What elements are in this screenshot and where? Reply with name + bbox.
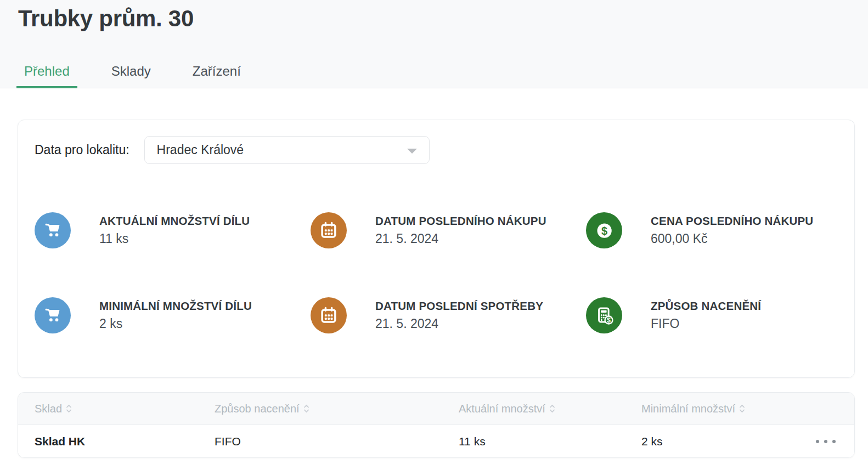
location-row: Data pro lokalitu: Hradec Králové [18, 120, 854, 164]
sort-icon [66, 404, 72, 413]
column-header-zpusob-naceneni[interactable]: Způsob nacenění [215, 403, 459, 415]
sort-icon [303, 404, 309, 413]
location-select[interactable]: Hradec Králové [144, 136, 430, 164]
row-actions-menu-icon[interactable] [814, 434, 838, 449]
sort-icon [549, 404, 555, 413]
cell-aktualni-mnozstvi: 11 ks [459, 435, 641, 448]
overview-card: Data pro lokalitu: Hradec Králové [18, 120, 855, 378]
warehouse-table: Sklad Způsob nacenění Aktuální množství [18, 392, 855, 458]
tile-aktualni-mnozstvi: AKTUÁLNÍ MNOŽSTVÍ DÍLU 11 ks [35, 212, 311, 248]
cart-icon [35, 212, 71, 248]
chevron-down-icon [407, 149, 417, 154]
cell-minimalni-mnozstvi: 2 ks [641, 435, 806, 448]
content-area: Data pro lokalitu: Hradec Králové [0, 88, 868, 458]
tile-title: CENA POSLEDNÍHO NÁKUPU [651, 214, 813, 228]
tab-bar: Přehled Sklady Zařízení [16, 64, 249, 88]
calculator-icon: $ [586, 297, 622, 333]
tile-minimalni-mnozstvi: MINIMÁLNÍ MNOŽSTVÍ DÍLU 2 ks [35, 297, 311, 333]
tab-sklady[interactable]: Sklady [104, 64, 159, 88]
tile-cena-posledniho-nakupu: $ CENA POSLEDNÍHO NÁKUPU 600,00 Kč [586, 212, 838, 248]
tile-datum-posledniho-nakupu: DATUM POSLEDNÍHO NÁKUPU 21. 5. 2024 [311, 212, 586, 248]
cell-zpusob-naceneni: FIFO [215, 435, 459, 448]
tile-title: DATUM POSLEDNÍ SPOTŘEBY [375, 299, 543, 313]
tile-title: DATUM POSLEDNÍHO NÁKUPU [375, 214, 546, 228]
location-label: Data pro lokalitu: [35, 143, 129, 157]
calendar-icon [311, 212, 347, 248]
tile-value: 21. 5. 2024 [375, 316, 543, 331]
table-row: Sklad HK FIFO 11 ks 2 ks [18, 425, 854, 457]
tile-value: 11 ks [99, 231, 250, 246]
tile-title: MINIMÁLNÍ MNOŽSTVÍ DÍLU [99, 299, 252, 313]
dollar-circle-icon: $ [586, 212, 622, 248]
column-header-minimalni-mnozstvi[interactable]: Minimální množství [641, 403, 806, 415]
svg-text:$: $ [601, 225, 607, 237]
tile-datum-posledni-spotreby: DATUM POSLEDNÍ SPOTŘEBY 21. 5. 2024 [311, 297, 586, 333]
tab-prehled[interactable]: Přehled [16, 64, 77, 88]
column-header-aktualni-mnozstvi[interactable]: Aktuální množství [459, 403, 641, 415]
page-header: Trubky prům. 30 Přehled Sklady Zařízení [0, 0, 868, 88]
tile-value: 21. 5. 2024 [375, 231, 546, 246]
tile-value: 600,00 Kč [651, 231, 813, 246]
metric-tiles: AKTUÁLNÍ MNOŽSTVÍ DÍLU 11 ks [35, 212, 838, 377]
cart-icon [35, 297, 71, 333]
tile-value: 2 ks [99, 316, 252, 331]
svg-text:$: $ [607, 316, 611, 324]
column-header-sklad[interactable]: Sklad [35, 403, 215, 415]
table-header-row: Sklad Způsob nacenění Aktuální množství [18, 393, 854, 425]
tile-title: AKTUÁLNÍ MNOŽSTVÍ DÍLU [99, 214, 250, 228]
location-select-value: Hradec Králové [157, 143, 244, 157]
tile-title: ZPŮSOB NACENĚNÍ [651, 299, 761, 313]
sort-icon [739, 404, 745, 413]
page-title: Trubky prům. 30 [18, 5, 194, 32]
calendar-icon [311, 297, 347, 333]
cell-sklad: Sklad HK [35, 435, 215, 448]
tile-zpusob-naceneni: $ ZPŮSOB NACENĚNÍ FIFO [586, 297, 838, 333]
tab-zarizeni[interactable]: Zařízení [185, 64, 249, 88]
tile-value: FIFO [651, 316, 761, 331]
